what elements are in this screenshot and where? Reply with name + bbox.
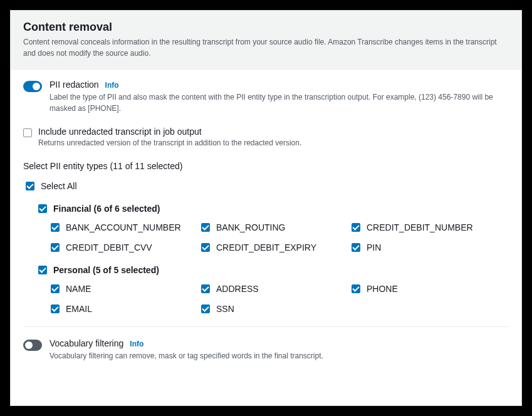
pii-redaction-content: PII redaction Info Label the type of PII… — [50, 80, 509, 114]
panel-header: Content removal Content removal conceals… — [11, 11, 521, 70]
entity-checkbox[interactable] — [352, 223, 360, 232]
entity-label: PHONE — [367, 284, 398, 294]
entity-checkbox[interactable] — [51, 304, 60, 313]
entity-checkbox[interactable] — [201, 223, 210, 232]
entity-checkbox[interactable] — [201, 284, 210, 293]
entity-checkbox[interactable] — [51, 284, 60, 293]
vocab-filtering-info-link[interactable]: Info — [130, 340, 143, 348]
personal-group-header: Personal (5 of 5 selected) — [38, 265, 509, 275]
include-unredacted-row: Include unredacted transcript in job out… — [23, 127, 509, 147]
vocab-filtering-label: Vocabulary filtering — [50, 338, 123, 348]
entity-credit-debit-cvv: CREDIT_DEBIT_CVV — [51, 242, 201, 252]
financial-group-title: Financial (6 of 6 selected) — [53, 204, 160, 214]
include-unredacted-checkbox[interactable] — [23, 128, 32, 137]
entity-checkbox[interactable] — [201, 304, 210, 313]
panel-body: PII redaction Info Label the type of PII… — [11, 70, 521, 374]
entity-label: CREDIT_DEBIT_NUMBER — [367, 222, 473, 232]
entity-email: EMAIL — [51, 304, 201, 314]
entity-ssn: SSN — [201, 304, 352, 314]
select-all-label: Select All — [41, 181, 77, 191]
select-all-row: Select All — [23, 181, 509, 191]
personal-entity-grid: NAME ADDRESS PHONE EMAIL SSN — [38, 284, 509, 314]
toggle-knob-icon — [25, 341, 33, 349]
entity-checkbox[interactable] — [201, 243, 210, 252]
vocab-filtering-content: Vocabulary filtering Info Vocabulary fil… — [50, 338, 509, 361]
entity-bank-account-number: BANK_ACCOUNT_NUMBER — [51, 222, 201, 232]
entity-pin: PIN — [352, 242, 502, 252]
pii-redaction-label: PII redaction — [50, 80, 99, 90]
vocab-filtering-description: Vocabulary filtering can remove, mask or… — [50, 350, 509, 361]
select-pii-types-label: Select PII entity types (11 of 11 select… — [23, 161, 509, 171]
personal-group-title: Personal (5 of 5 selected) — [53, 265, 159, 275]
entity-label: ADDRESS — [216, 284, 259, 294]
entity-label: BANK_ROUTING — [216, 222, 285, 232]
entity-credit-debit-number: CREDIT_DEBIT_NUMBER — [352, 222, 502, 232]
entity-phone: PHONE — [352, 284, 502, 294]
entity-label: CREDIT_DEBIT_EXPIRY — [216, 242, 316, 252]
entity-name: NAME — [51, 284, 201, 294]
entity-bank-routing: BANK_ROUTING — [201, 222, 352, 232]
entity-address: ADDRESS — [201, 284, 352, 294]
financial-group-checkbox[interactable] — [38, 204, 47, 213]
entity-checkbox[interactable] — [352, 243, 360, 252]
entity-label: NAME — [66, 284, 91, 294]
entity-credit-debit-expiry: CREDIT_DEBIT_EXPIRY — [201, 242, 352, 252]
entity-label: PIN — [367, 242, 381, 252]
select-all-checkbox[interactable] — [26, 182, 34, 190]
vocab-filtering-row: Vocabulary filtering Info Vocabulary fil… — [23, 338, 509, 361]
pii-redaction-toggle[interactable] — [23, 81, 42, 92]
toggle-knob-icon — [33, 83, 40, 90]
entity-checkbox[interactable] — [51, 243, 60, 252]
include-unredacted-description: Returns unredacted version of the transc… — [38, 138, 301, 147]
entity-checkbox[interactable] — [352, 284, 360, 293]
entity-label: SSN — [216, 304, 234, 314]
financial-group-header: Financial (6 of 6 selected) — [38, 204, 509, 214]
entity-label: EMAIL — [66, 304, 92, 314]
entity-label: CREDIT_DEBIT_CVV — [66, 242, 152, 252]
vocab-filtering-toggle[interactable] — [23, 340, 42, 351]
include-unredacted-label: Include unredacted transcript in job out… — [38, 127, 301, 137]
personal-group-checkbox[interactable] — [38, 266, 47, 274]
panel-description: Content removal conceals information in … — [23, 36, 509, 59]
entity-checkbox[interactable] — [51, 223, 60, 232]
pii-redaction-info-link[interactable]: Info — [105, 81, 119, 90]
panel-title: Content removal — [23, 21, 509, 34]
pii-redaction-description: Label the type of PII and also mask the … — [50, 91, 509, 114]
entity-label: BANK_ACCOUNT_NUMBER — [66, 222, 181, 232]
content-removal-panel: Content removal Content removal conceals… — [10, 10, 522, 406]
section-divider — [23, 326, 509, 327]
financial-group: Financial (6 of 6 selected) BANK_ACCOUNT… — [23, 204, 509, 252]
financial-entity-grid: BANK_ACCOUNT_NUMBER BANK_ROUTING CREDIT_… — [38, 222, 509, 252]
pii-redaction-row: PII redaction Info Label the type of PII… — [23, 80, 509, 114]
personal-group: Personal (5 of 5 selected) NAME ADDRESS … — [23, 265, 509, 314]
